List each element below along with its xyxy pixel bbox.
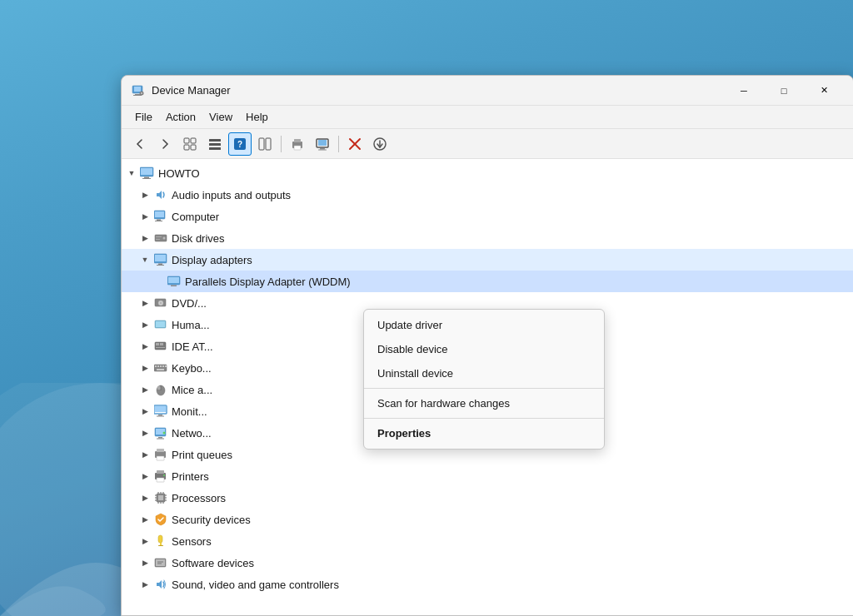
forward-button[interactable] xyxy=(153,132,177,156)
properties-button[interactable] xyxy=(178,132,202,156)
menu-bar: File Action View Help xyxy=(122,106,853,129)
human-label: Huma... xyxy=(172,319,210,331)
svg-rect-12 xyxy=(209,147,221,150)
update-button[interactable] xyxy=(368,132,392,156)
tree-item-parallels[interactable]: Parallels Display Adapter (WDDM) xyxy=(122,271,853,292)
menu-help[interactable]: Help xyxy=(239,109,275,125)
minimize-button[interactable]: ─ xyxy=(725,77,763,104)
tree-item-sensors[interactable]: Sensors xyxy=(122,530,853,552)
back-button[interactable] xyxy=(128,132,152,156)
svg-rect-11 xyxy=(209,143,221,146)
print-queues-icon xyxy=(153,447,168,462)
tree-item-audio[interactable]: Audio inputs and outputs xyxy=(122,184,853,206)
svg-rect-6 xyxy=(184,138,189,143)
svg-rect-3 xyxy=(133,95,142,96)
help-button[interactable]: ? xyxy=(228,132,252,156)
svg-rect-71 xyxy=(158,437,162,439)
tree-item-sound[interactable]: Sound, video and game controllers xyxy=(122,574,853,595)
tree-item-software[interactable]: Software devices xyxy=(122,552,853,574)
menu-action[interactable]: Action xyxy=(159,109,202,125)
security-expand[interactable] xyxy=(138,513,152,526)
list-view-button[interactable] xyxy=(203,132,227,156)
svg-rect-15 xyxy=(259,138,264,150)
maximize-button[interactable]: □ xyxy=(765,77,803,104)
disk-expand[interactable] xyxy=(138,231,152,245)
ctx-scan-hardware[interactable]: Scan for hardware changes xyxy=(364,391,604,415)
svg-rect-46 xyxy=(171,286,177,287)
back-icon xyxy=(134,138,146,150)
svg-rect-43 xyxy=(157,265,164,266)
sound-icon-svg xyxy=(154,578,167,591)
mice-expand[interactable] xyxy=(138,383,152,396)
software-expand[interactable] xyxy=(138,556,152,569)
dvd-icon-svg xyxy=(154,296,167,310)
tree-item-security[interactable]: Security devices xyxy=(122,509,853,530)
monitors-expand[interactable] xyxy=(138,405,152,418)
svg-rect-97 xyxy=(158,545,163,546)
printers-icon xyxy=(153,469,168,484)
keyboard-icon-svg xyxy=(154,361,167,375)
computer-icon-svg xyxy=(154,210,167,223)
sensors-expand[interactable] xyxy=(138,534,152,548)
tree-item-processors[interactable]: Processors xyxy=(122,487,853,509)
uninstall-button[interactable] xyxy=(343,132,367,156)
network-icon-svg xyxy=(154,426,167,440)
security-icon xyxy=(153,512,168,527)
human-icon xyxy=(153,317,168,332)
display-expand[interactable] xyxy=(138,253,152,266)
svg-rect-99 xyxy=(156,559,165,566)
svg-rect-55 xyxy=(156,347,165,348)
svg-rect-29 xyxy=(141,168,152,175)
svg-rect-61 xyxy=(165,365,167,367)
print-button[interactable] xyxy=(286,132,309,156)
computer-device-icon xyxy=(153,209,168,224)
menu-view[interactable]: View xyxy=(202,109,239,125)
svg-rect-72 xyxy=(157,439,164,440)
svg-rect-23 xyxy=(318,149,327,150)
display-icon xyxy=(153,252,168,267)
print-queues-expand[interactable] xyxy=(138,448,152,461)
ctx-uninstall-device[interactable]: Uninstall device xyxy=(364,361,604,385)
svg-rect-45 xyxy=(168,277,179,283)
svg-rect-51 xyxy=(156,321,165,327)
svg-rect-10 xyxy=(209,139,221,142)
audio-label: Audio inputs and outputs xyxy=(172,189,291,201)
tree-item-disk[interactable]: Disk drives xyxy=(122,227,853,249)
computer-expand[interactable] xyxy=(138,210,152,223)
ctx-disable-device[interactable]: Disable device xyxy=(364,337,604,361)
display-icon-svg xyxy=(154,253,167,266)
svg-rect-9 xyxy=(191,145,196,150)
printers-icon-svg xyxy=(154,469,167,483)
printers-expand[interactable] xyxy=(138,469,152,483)
svg-rect-75 xyxy=(157,449,164,452)
ctx-separator-2 xyxy=(364,418,604,419)
audio-expand[interactable] xyxy=(138,188,152,201)
network-expand[interactable] xyxy=(138,426,152,440)
sound-expand[interactable] xyxy=(138,578,152,591)
ctx-update-driver[interactable]: Update driver xyxy=(364,313,604,337)
scan-button[interactable] xyxy=(311,132,334,156)
disk-icon xyxy=(153,231,168,246)
tree-root[interactable]: HOWTO xyxy=(122,162,853,184)
root-expand[interactable] xyxy=(125,166,138,180)
window-controls: ─ □ ✕ xyxy=(725,77,843,104)
keyboard-expand[interactable] xyxy=(138,361,152,375)
tree-item-display[interactable]: Display adapters xyxy=(122,249,853,271)
dvd-expand[interactable] xyxy=(138,296,152,310)
svg-rect-66 xyxy=(155,406,166,412)
tree-item-printers[interactable]: Printers xyxy=(122,465,853,487)
close-button[interactable]: ✕ xyxy=(805,77,843,104)
sound-label: Sound, video and game controllers xyxy=(172,579,339,591)
processors-expand[interactable] xyxy=(138,491,152,504)
ide-expand[interactable] xyxy=(138,340,152,353)
human-expand[interactable] xyxy=(138,318,152,331)
window-title: Device Manager xyxy=(152,84,725,97)
svg-rect-22 xyxy=(320,148,325,150)
ctx-properties[interactable]: Properties xyxy=(364,421,604,445)
view-type-button[interactable] xyxy=(253,132,277,156)
tree-item-computer[interactable]: Computer xyxy=(122,206,853,227)
computer-icon xyxy=(140,166,155,181)
menu-file[interactable]: File xyxy=(128,109,159,125)
sensors-label: Sensors xyxy=(172,535,212,548)
svg-rect-31 xyxy=(142,178,151,179)
